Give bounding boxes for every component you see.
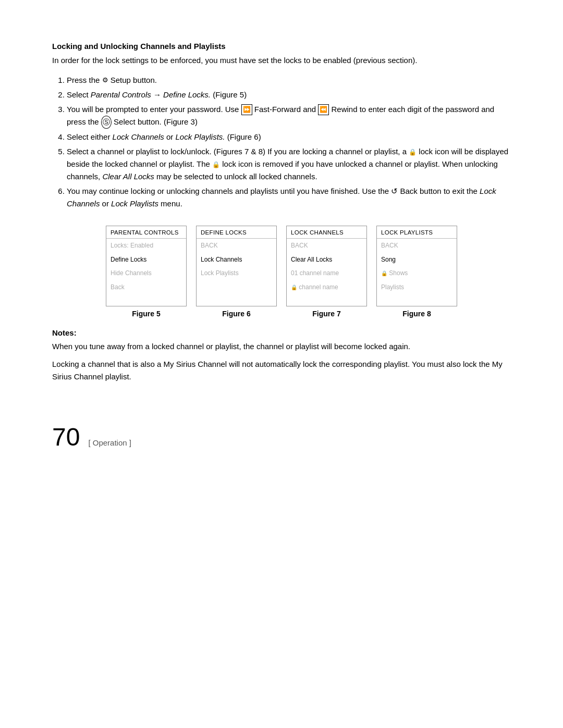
define-locks-text: Define Locks. — [163, 90, 211, 99]
figure-8-header: LOCK PLAYLISTS — [377, 226, 457, 239]
lock-channels-text: Lock Channels — [113, 132, 164, 141]
step-1: Press the ⚙ Setup button. — [67, 74, 511, 87]
figure-8-menu: LOCK PLAYLISTS BACK Song 🔒 Shows Playlis… — [376, 226, 457, 306]
fig8-item-1: BACK — [377, 239, 457, 253]
lock-playlists-text: Lock Playlists. — [175, 132, 225, 141]
notes-section: Notes: When you tune away from a locked … — [52, 328, 511, 383]
lock-icon-fig7: 🔒 — [291, 285, 297, 290]
lock-icon-inline: 🔒 — [409, 149, 417, 156]
fig8-item-4: Playlists — [377, 280, 457, 294]
fig7-item-1: BACK — [287, 239, 366, 253]
step-2: Select Parental Controls → Define Locks.… — [67, 89, 511, 101]
step-3: You will be prompted to enter your passw… — [67, 103, 511, 129]
notes-text-1: When you tune away from a locked channel… — [52, 340, 511, 353]
arrow-icon: → — [153, 90, 161, 99]
back-icon: ↺ — [391, 187, 398, 195]
figure-8-container: LOCK PLAYLISTS BACK Song 🔒 Shows Playlis… — [376, 226, 457, 318]
steps-list: Press the ⚙ Setup button. Select Parenta… — [67, 74, 511, 210]
figure-5-container: PARENTAL CONTROLS Locks: Enabled Define … — [106, 226, 187, 318]
figure-6-menu: DEFINE LOCKS BACK Lock Channels Lock Pla… — [196, 226, 277, 306]
lock-icon-inline-2: 🔒 — [212, 161, 220, 168]
figure-7-container: LOCK CHANNELS BACK Clear All Locks 01 ch… — [286, 226, 367, 318]
figure-6-label: Figure 6 — [222, 310, 250, 318]
figure-7-menu: LOCK CHANNELS BACK Clear All Locks 01 ch… — [286, 226, 367, 306]
step-4: Select either Lock Channels or Lock Play… — [67, 131, 511, 143]
rewind-icon: ⏪ — [318, 104, 329, 115]
figure-6-container: DEFINE LOCKS BACK Lock Channels Lock Pla… — [196, 226, 277, 318]
figures-row: PARENTAL CONTROLS Locks: Enabled Define … — [52, 226, 511, 318]
intro-text: In order for the lock settings to be enf… — [52, 55, 511, 67]
fig7-item-4: 🔒 channel name — [287, 280, 366, 294]
figure-6-header: DEFINE LOCKS — [197, 226, 276, 239]
page-number: 70 — [52, 425, 80, 450]
notes-title: Notes: — [52, 328, 511, 337]
clear-all-locks-text: Clear All Locks — [102, 172, 154, 181]
parental-controls-text: Parental Controls — [91, 90, 151, 99]
fig6-item-3: Lock Playlists — [197, 266, 276, 280]
select-icon: Ⓢ — [101, 116, 112, 128]
lock-playlists-menu-text: Lock Playlists — [111, 199, 158, 208]
figure-5-menu: PARENTAL CONTROLS Locks: Enabled Define … — [106, 226, 187, 306]
notes-text-2: Locking a channel that is also a My Siri… — [52, 358, 511, 383]
fig5-item-4: Back — [106, 280, 186, 294]
fig5-item-3: Hide Channels — [106, 266, 186, 280]
figure-5-label: Figure 5 — [132, 310, 160, 318]
figure-7-label: Figure 7 — [312, 310, 340, 318]
fig7-item-3: 01 channel name — [287, 266, 366, 280]
fig6-item-2: Lock Channels — [197, 253, 276, 267]
fig8-item-2: Song — [377, 253, 457, 267]
page-section-label: [ Operation ] — [88, 438, 131, 447]
setup-icon: ⚙ — [102, 75, 108, 86]
step-6: You may continue locking or unlocking ch… — [67, 185, 511, 210]
page-footer: 70 [ Operation ] — [52, 425, 511, 450]
fig7-item-2: Clear All Locks — [287, 253, 366, 267]
fast-forward-icon: ⏩ — [241, 104, 252, 115]
fig6-item-1: BACK — [197, 239, 276, 253]
fig8-item-3: 🔒 Shows — [377, 266, 457, 280]
figure-5-header: PARENTAL CONTROLS — [106, 226, 186, 239]
fig5-item-2: Define Locks — [106, 253, 186, 267]
fig5-item-1: Locks: Enabled — [106, 239, 186, 253]
figure-7-header: LOCK CHANNELS — [287, 226, 366, 239]
step-5: Select a channel or playlist to lock/unl… — [67, 145, 511, 183]
figure-8-label: Figure 8 — [402, 310, 431, 318]
section-title: Locking and Unlocking Channels and Playl… — [52, 42, 511, 51]
lock-icon-fig8: 🔒 — [381, 270, 387, 276]
